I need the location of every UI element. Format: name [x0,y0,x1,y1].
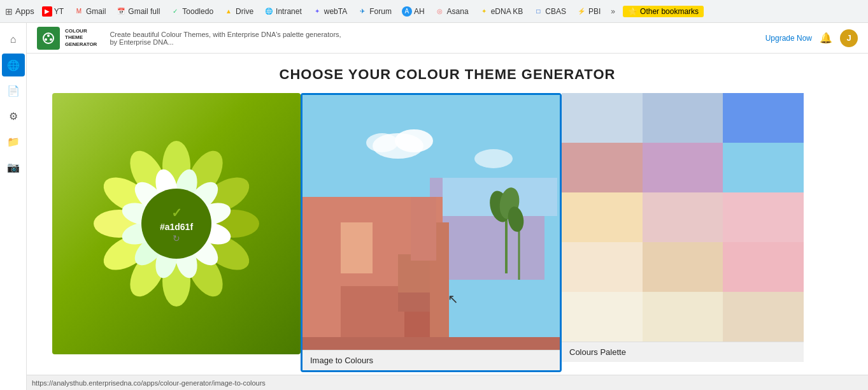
upgrade-button[interactable]: Upgrade Now [765,34,812,43]
logo-line3: GENERATOR [65,41,97,48]
bookmark-drive[interactable]: ▲ Drive [221,5,256,18]
logo-box [37,27,60,50]
svg-point-35 [366,133,398,152]
logo-text-area: COLOUR THEME GENERATOR [65,28,97,48]
browser-chrome: ⊞ Apps ▶ YT M Gmail 📅 Gmail full ✓ Toodl… [0,0,868,23]
edna-label: eDNA KB [491,7,523,16]
svg-text:✓: ✓ [171,206,182,220]
calendar-label: Gmail full [128,7,160,16]
palette-cell-8 [723,192,804,242]
bookmark-webta[interactable]: ✦ webTA [309,5,350,18]
asana-label: Asana [447,7,469,16]
cards-grid: ✓ #a1d61f ↻ [27,93,868,375]
edna-icon: ✦ [479,6,489,17]
cbas-icon: □ [533,6,543,17]
bookmark-asana[interactable]: ◎ Asana [432,5,471,18]
status-bar: https://analysthub.enterprisedna.co/apps… [27,375,868,390]
svg-rect-52 [341,222,373,273]
webta-icon: ✦ [312,6,322,17]
bookmark-bar: ⊞ Apps ▶ YT M Gmail 📅 Gmail full ✓ Toodl… [0,0,868,23]
palette-cell-13 [643,292,723,342]
sidebar-icon-folder[interactable]: 📁 [2,130,25,153]
apps-label: Apps [15,6,34,16]
logo-line1: COLOUR [65,28,97,34]
svg-point-1 [47,34,50,37]
sidebar-icon-document[interactable]: 📄 [2,79,25,102]
flower-svg: ✓ #a1d61f ↻ [87,134,266,313]
building-scene-svg [302,95,560,350]
yt-icon: ▶ [42,6,52,17]
drive-icon: ▲ [224,6,234,17]
palette-cell-6 [562,192,643,242]
palette-cell-3 [562,143,643,192]
sidebar: ⌂ 🌐 📄 ⚙ 📁 📷 [0,23,27,390]
webta-label: webTA [324,7,347,16]
svg-point-34 [395,129,433,152]
bookmark-toodledo[interactable]: ✓ Toodledo [167,5,216,18]
gmail-label: Gmail [86,7,106,16]
sidebar-icon-settings[interactable]: ⚙ [2,105,25,127]
cbas-label: CBAS [545,7,566,16]
svg-text:↻: ↻ [173,233,180,243]
bookmark-edna[interactable]: ✦ eDNA KB [476,5,526,18]
app-container: ⌂ 🌐 📄 ⚙ 📁 📷 COLOUR THEME [0,23,868,390]
notification-bell-icon[interactable]: 🔔 [820,32,832,44]
card-colour-palette[interactable]: Colours Palette [562,93,804,361]
pbi-icon: ⚡ [576,6,587,17]
svg-point-3 [50,38,52,41]
gmail-icon: M [74,6,84,17]
toodledo-icon: ✓ [170,6,180,17]
apps-button[interactable]: ⊞ Apps [5,6,34,17]
intranet-label: Intranet [276,7,302,16]
card3-label: Colours Palette [562,342,804,362]
palette-cell-5 [723,143,804,192]
palette-cell-14 [723,292,804,342]
card-green-flower[interactable]: ✓ #a1d61f ↻ [52,93,301,354]
yt-label: YT [54,7,64,16]
other-bookmarks-button[interactable]: ⭐ Other bookmarks [623,6,704,17]
sidebar-icon-home[interactable]: ⌂ [2,28,25,51]
bookmark-pbi[interactable]: ⚡ PBI [574,5,603,18]
logo-area: COLOUR THEME GENERATOR [37,27,97,50]
pbi-label: PBI [588,7,601,16]
svg-rect-51 [302,337,560,350]
bookmark-calendar[interactable]: 📅 Gmail full [113,5,162,18]
forum-label: Forum [369,7,392,16]
star-icon: ⭐ [628,7,637,16]
svg-text:#a1d61f: #a1d61f [160,222,193,232]
page-title-area: CHOOSE YOUR COLOUR THEME GENERATOR [27,54,868,93]
bookmark-gmail[interactable]: M Gmail [71,5,108,18]
palette-cell-11 [723,242,804,292]
image-scene: ↖ [302,95,560,350]
bookmark-cbas[interactable]: □ CBAS [530,5,569,18]
bookmark-intranet[interactable]: 🌐 Intranet [261,5,304,18]
palette-cell-2 [723,93,804,143]
palette-cell-1 [643,93,723,143]
svg-point-2 [45,38,47,41]
logo-svg [41,31,56,46]
card2-label: Image to Colours [302,350,560,370]
user-avatar[interactable]: J [840,29,858,47]
main-content: COLOUR THEME GENERATOR Create beautiful … [27,23,868,390]
svg-rect-44 [411,197,436,261]
logo-line2: THEME [65,34,97,41]
forum-icon: ✈ [357,6,367,17]
app-header: COLOUR THEME GENERATOR Create beautiful … [27,23,868,54]
toodledo-label: Toodledo [182,7,213,16]
palette-cell-0 [562,93,643,143]
asana-icon: ◎ [435,6,445,17]
card-image-to-colours[interactable]: ↖ Image to Colours [301,93,562,372]
bookmark-ah[interactable]: A AH [399,5,427,18]
palette-cell-4 [643,143,723,192]
sidebar-icon-globe[interactable]: 🌐 [2,54,25,76]
ah-label: AH [414,7,425,16]
more-bookmarks-button[interactable]: » [608,6,618,17]
bookmark-forum[interactable]: ✈ Forum [355,5,394,18]
header-subtitle-line2: by Enterprise DNA... [110,38,341,46]
drive-label: Drive [236,7,253,16]
sidebar-icon-camera[interactable]: 📷 [2,155,25,178]
page-title: CHOOSE YOUR COLOUR THEME GENERATOR [27,66,868,83]
other-bookmarks-label: Other bookmarks [640,7,699,16]
palette-cell-12 [562,292,643,342]
bookmark-yt[interactable]: ▶ YT [39,5,66,18]
